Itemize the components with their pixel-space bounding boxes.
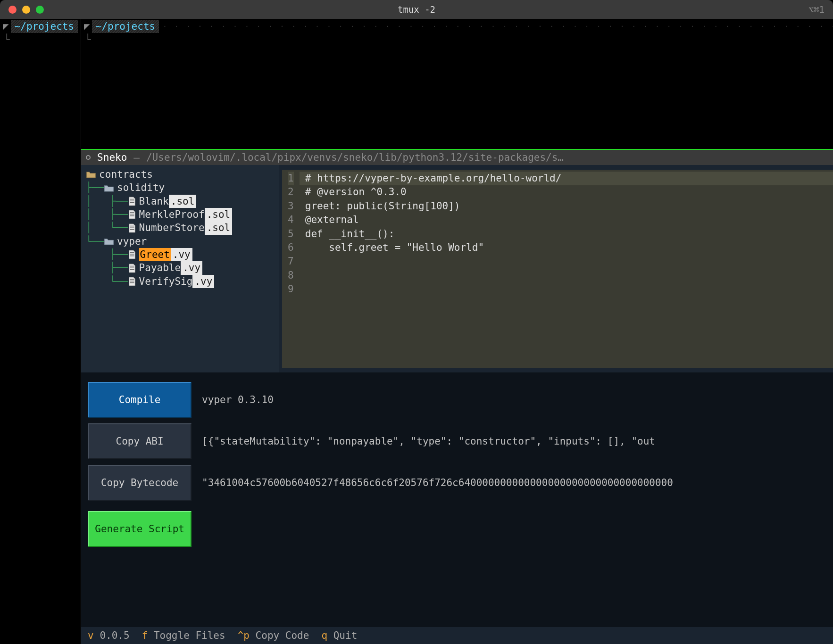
- code-line: # https://vyper-by-example.org/hello-wor…: [300, 172, 833, 185]
- titlebar-right-indicator: ⌥⌘1: [808, 4, 833, 15]
- code-line: def __init__():: [305, 227, 833, 241]
- tree-file-label: Blank: [139, 195, 169, 208]
- tree-file-ext: .vy: [171, 248, 192, 261]
- app-dash: —: [133, 152, 140, 163]
- actions-area: Compile vyper 0.3.10 Copy ABI [{"stateMu…: [81, 372, 833, 644]
- prompt-corner-right: └: [81, 34, 833, 45]
- pane-right-header: ◤ ~/projects · · · · · · · · · · · · · ·…: [81, 19, 833, 34]
- folder-icon: [104, 238, 114, 245]
- app-dot-icon: [86, 155, 91, 160]
- file-tree[interactable]: contracts ├── solidity │ ├── Blank.sol: [81, 165, 279, 372]
- file-icon: [128, 197, 136, 206]
- tmux-pane-left[interactable]: ◤ ~/projects └: [0, 19, 81, 644]
- file-icon: [128, 250, 136, 259]
- status-toggle-key[interactable]: f: [142, 630, 148, 641]
- generate-row: Generate Script: [88, 511, 833, 547]
- status-toggle-label: Toggle Files: [154, 630, 225, 641]
- compile-row: Compile vyper 0.3.10: [88, 382, 833, 418]
- prompt-corner-left: └: [0, 34, 81, 45]
- status-version-key: v: [88, 630, 94, 641]
- tree-folder-solidity[interactable]: ├── solidity: [86, 181, 275, 194]
- window-titlebar: tmux -2 ⌥⌘1: [0, 0, 833, 19]
- powerline-arrow-icon: ◤: [3, 21, 9, 32]
- tree-file-label: VerifySig: [139, 275, 193, 288]
- window-title: tmux -2: [398, 4, 435, 15]
- pane-left-header: ◤ ~/projects: [0, 19, 81, 34]
- status-copy-label: Copy Code: [256, 630, 309, 641]
- status-bar: v 0.0.5 f Toggle Files ^p Copy Code q Qu…: [81, 627, 833, 644]
- maximize-window-button[interactable]: [36, 6, 44, 14]
- bytecode-output: "3461004c57600b6040527f48656c6c6f20576f7…: [202, 465, 673, 501]
- code-editor[interactable]: 1 23456789 # https://vyper-by-example.or…: [282, 170, 833, 368]
- tree-file-label: NumberStore: [139, 221, 205, 234]
- close-window-button[interactable]: [8, 6, 17, 14]
- folder-icon: [86, 171, 96, 178]
- tree-file-ext: .vy: [192, 275, 214, 288]
- tree-file[interactable]: ├── Payable.vy: [86, 261, 275, 274]
- copy-bytecode-row: Copy Bytecode "3461004c57600b6040527f486…: [88, 465, 833, 501]
- generate-script-button[interactable]: Generate Script: [88, 511, 192, 547]
- compile-output: vyper 0.3.10: [202, 382, 274, 418]
- minimize-window-button[interactable]: [22, 6, 30, 14]
- app-header: Sneko — /Users/wolovim/.local/pipx/venvs…: [81, 150, 833, 165]
- copy-bytecode-button[interactable]: Copy Bytecode: [88, 465, 192, 501]
- code-line: @external: [305, 213, 833, 227]
- tree-folder-vyper[interactable]: └── vyper: [86, 235, 275, 248]
- tree-file[interactable]: │ ├── MerkleProof.sol: [86, 208, 275, 221]
- status-copy-key[interactable]: ^p: [238, 630, 250, 641]
- tree-root-label: contracts: [99, 168, 153, 181]
- app-path: /Users/wolovim/.local/pipx/venvs/sneko/l…: [146, 152, 564, 163]
- copy-abi-row: Copy ABI [{"stateMutability": "nonpayabl…: [88, 423, 833, 459]
- tree-file-label: MerkleProof: [139, 208, 205, 221]
- tree-file-ext: .vy: [181, 261, 202, 274]
- tmux-pane-right[interactable]: ◤ ~/projects · · · · · · · · · · · · · ·…: [81, 19, 833, 644]
- tree-folder-label: solidity: [117, 181, 165, 194]
- tree-root[interactable]: contracts: [86, 168, 275, 181]
- file-icon: [128, 264, 136, 273]
- tree-file-ext: .sol: [169, 195, 197, 208]
- tree-file-ext: .sol: [205, 221, 233, 234]
- app-name: Sneko: [97, 152, 127, 163]
- folder-icon: [104, 184, 114, 192]
- pane-left-path: ~/projects: [11, 20, 78, 33]
- code-line: self.greet = "Hello World": [305, 241, 833, 255]
- status-quit-key[interactable]: q: [321, 630, 327, 641]
- tree-file[interactable]: │ └── NumberStore.sol: [86, 221, 275, 234]
- app-body: contracts ├── solidity │ ├── Blank.sol: [81, 165, 833, 372]
- tree-folder-label: vyper: [117, 235, 147, 248]
- pane-right-path: ~/projects: [92, 20, 159, 33]
- code-line: # @version ^0.3.0: [305, 185, 833, 199]
- tree-file-selected[interactable]: ├── Greet.vy: [86, 248, 275, 261]
- status-version: 0.0.5: [100, 630, 129, 641]
- abi-output: [{"stateMutability": "nonpayable", "type…: [202, 423, 655, 459]
- traffic-lights: [0, 6, 44, 14]
- code-line: greet: public(String[100]): [305, 199, 833, 213]
- file-icon: [128, 210, 136, 219]
- compile-button[interactable]: Compile: [88, 382, 192, 418]
- status-quit-label: Quit: [333, 630, 358, 641]
- pane-right-empty: [81, 45, 833, 149]
- line-gutter: 1 23456789: [282, 170, 300, 368]
- file-icon: [128, 223, 136, 233]
- tmux-container: ◤ ~/projects └ ◤ ~/projects · · · · · · …: [0, 19, 833, 644]
- code-lines[interactable]: # https://vyper-by-example.org/hello-wor…: [300, 170, 833, 368]
- powerline-arrow-icon: ◤: [84, 21, 90, 32]
- tree-file[interactable]: └── VerifySig.vy: [86, 275, 275, 288]
- dots-fill: · · · · · · · · · · · · · · · · · · · · …: [159, 23, 833, 30]
- file-icon: [128, 277, 136, 286]
- tree-file[interactable]: │ ├── Blank.sol: [86, 195, 275, 208]
- tree-file-ext: .sol: [205, 208, 233, 221]
- tree-file-label: Greet: [139, 248, 171, 261]
- copy-abi-button[interactable]: Copy ABI: [88, 423, 192, 459]
- tree-file-label: Payable: [139, 261, 181, 274]
